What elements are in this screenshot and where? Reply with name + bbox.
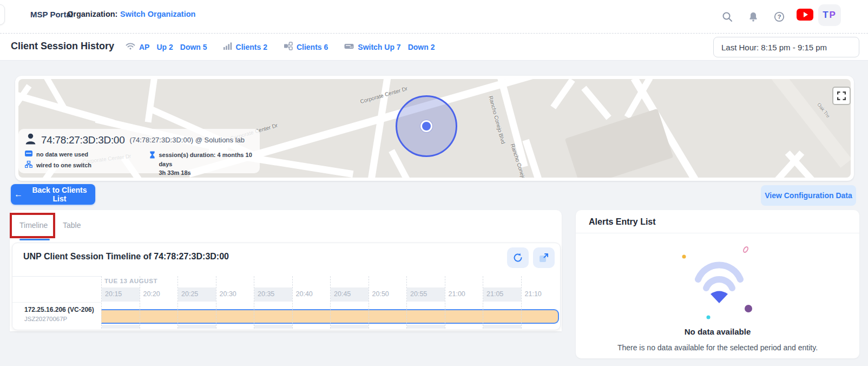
organization-label: Organization: (67, 10, 117, 18)
avatar-initial-1: T (823, 10, 829, 21)
timeline-band (483, 325, 521, 329)
organization-link[interactable]: Switch Organization (120, 10, 195, 18)
session-history-panel: Timeline Table UNP Client Session Timeli… (10, 210, 562, 331)
timeline-table: 20:1520:2020:2520:3020:3520:4020:4520:50… (12, 276, 561, 329)
stat-switch-up[interactable]: Switch Up 7 (358, 43, 400, 51)
map-fullscreen-button[interactable] (832, 87, 851, 105)
map-road (18, 84, 31, 128)
timeline-band (445, 302, 483, 309)
timeline-band (254, 302, 292, 309)
open-in-new-button[interactable] (533, 247, 555, 268)
timeline-band (407, 309, 445, 325)
wired-switch-text: wired to one switch (36, 162, 91, 168)
timeline-band (522, 325, 560, 329)
timeline-column: 21:05 (483, 276, 521, 329)
switch-icon (344, 42, 354, 52)
no-data-message: There is no data available for the selec… (576, 343, 859, 352)
network-nodes-icon (284, 42, 293, 53)
refresh-button[interactable] (507, 247, 529, 268)
timeline-column: 20:40 (292, 276, 331, 329)
map-canvas[interactable]: Corporate Center Dr Corporate Center Dr … (18, 79, 851, 178)
timeline-band (102, 302, 140, 309)
session-duration-line2: 3h 33m 18s (159, 169, 190, 176)
session-duration-text: session(s) duration: 4 months 10 days 3h… (159, 151, 254, 178)
timeline-band (522, 302, 560, 309)
timeline-column: 21:00 (445, 276, 483, 329)
time-tick-label: 20:15 (102, 287, 140, 302)
timeline-row-header: 172.25.16.206 (VC-206) JSZ20270067P (12, 276, 101, 329)
stat-wireless-clients: Clients 2 (223, 42, 271, 52)
alerts-entry-list-card: Alerts Entry List No data available Ther… (576, 210, 859, 358)
stat-ap-label[interactable]: AP (139, 43, 149, 51)
wired-switch-icon (25, 161, 32, 169)
tab-table[interactable]: Table (63, 221, 81, 230)
stat-switch: Switch Up 7 Down 2 (344, 42, 438, 52)
stat-switch-down[interactable]: Down 2 (408, 43, 435, 51)
stat-wired-clients-label[interactable]: Clients 6 (297, 43, 328, 51)
timeline-band (293, 276, 331, 287)
stat-wireless-clients-label[interactable]: Clients 2 (236, 43, 267, 51)
user-avatar[interactable]: T P (818, 4, 841, 26)
timeline-band (483, 309, 521, 325)
timeline-band (483, 302, 521, 309)
timeline-column: 20:45 (330, 276, 369, 329)
timeline-band (369, 309, 407, 325)
time-range-value: Last Hour: 8:15 pm - 9:15 pm (721, 43, 827, 52)
timeline-band (293, 325, 331, 329)
timeline-column: 20:35 (254, 276, 292, 329)
timeline-band (331, 276, 369, 287)
timeline-column: 20:30 (216, 276, 254, 329)
data-usage-icon (25, 151, 32, 158)
stat-ap-up[interactable]: Up 2 (156, 43, 173, 51)
timeline-band (407, 302, 445, 309)
timeline-band (331, 309, 369, 325)
timeline-band (140, 325, 178, 329)
timeline-title: UNP Client Session Timeline of 74:78:27:… (23, 252, 229, 262)
youtube-icon[interactable] (797, 9, 813, 21)
help-icon[interactable]: ? (771, 8, 788, 25)
dot-yellow (682, 255, 686, 259)
sidebar-edge-handle[interactable] (0, 4, 5, 25)
timeline-band (140, 302, 178, 309)
hourglass-icon (149, 151, 155, 178)
client-location-marker[interactable] (420, 120, 432, 132)
alerts-title: Alerts Entry List (589, 217, 656, 227)
time-tick-label: 20:55 (407, 287, 445, 302)
back-to-clients-button[interactable]: ← Back to Clients List (11, 184, 95, 205)
timeline-band (369, 302, 407, 309)
timeline-band (254, 276, 292, 287)
svg-text:?: ? (778, 14, 781, 20)
map-building-parcel (565, 109, 674, 178)
map-road (389, 149, 412, 178)
client-info-overlay: 74:78:27:3D:3D:00 (74:78:27:3D:3D:00) @ … (18, 129, 260, 173)
timeline-band (331, 302, 369, 309)
time-tick-label: 20:50 (369, 287, 407, 302)
timeline-band (254, 325, 292, 329)
timeline-band (254, 309, 292, 325)
timeline-band (293, 302, 331, 309)
back-arrow-icon: ← (14, 189, 23, 199)
external-link-icon (538, 252, 549, 263)
wifi-icon (126, 42, 135, 52)
stat-ap-down[interactable]: Down 5 (180, 43, 207, 51)
timeline-band (178, 309, 216, 325)
wifi-arc-inner (706, 279, 732, 288)
timeline-band (102, 325, 140, 329)
timeline-band (216, 302, 254, 309)
dot-purple (745, 305, 752, 312)
time-range-selector[interactable]: Last Hour: 8:15 pm - 9:15 pm (713, 37, 859, 57)
fullscreen-icon (837, 92, 846, 100)
tab-timeline[interactable]: Timeline (19, 221, 48, 230)
timeline-column: 20:55 (406, 276, 445, 329)
timeline-column: 20:25 (177, 276, 216, 329)
time-tick-label: 20:35 (254, 287, 292, 302)
timeline-band (216, 309, 254, 325)
active-tab-indicator (19, 239, 50, 240)
timeline-band (407, 276, 445, 287)
notifications-bell-icon[interactable] (745, 8, 762, 25)
timeline-day-header: TUE 13 AUGUST (104, 278, 157, 284)
device-label[interactable]: 172.25.16.206 (VC-206) (24, 306, 94, 313)
search-icon[interactable] (719, 8, 736, 25)
refresh-icon (512, 252, 523, 263)
view-configuration-button[interactable]: View Configuration Data (761, 185, 856, 206)
